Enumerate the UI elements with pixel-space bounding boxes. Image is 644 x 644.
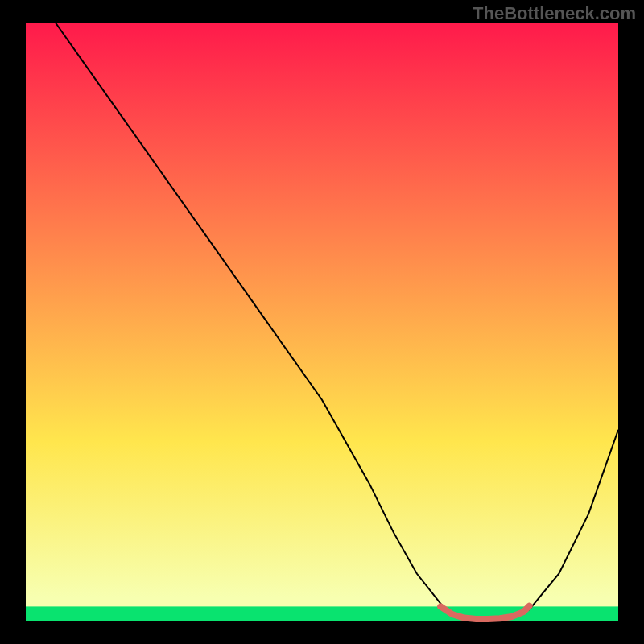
attribution-text: TheBottleneck.com	[473, 3, 636, 24]
bottleneck-chart	[0, 0, 644, 644]
plot-gradient-background	[26, 23, 618, 621]
chart-container: TheBottleneck.com	[0, 0, 644, 644]
